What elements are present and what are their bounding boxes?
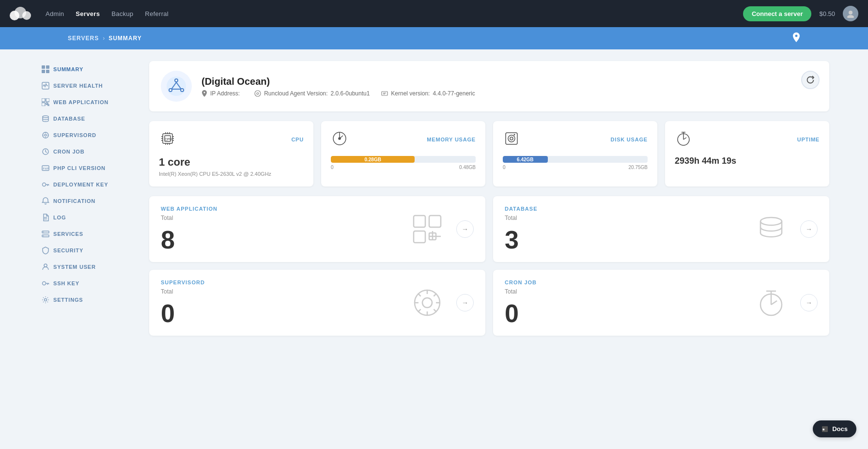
nav-servers[interactable]: Servers: [76, 10, 100, 17]
nav-referral[interactable]: Referral: [145, 10, 169, 17]
memory-labels: 0 0.48GB: [331, 165, 476, 170]
supervisord-icon: [408, 287, 447, 318]
svg-rect-11: [46, 98, 49, 102]
sidebar-item-log[interactable]: LOG: [39, 209, 136, 226]
svg-point-31: [43, 232, 44, 232]
top-navigation: Admin Servers Backup Referral Connect a …: [0, 0, 868, 27]
svg-point-19: [45, 134, 46, 136]
database-arrow-button[interactable]: →: [800, 220, 818, 238]
svg-point-45: [181, 89, 183, 91]
server-kernel-value: 4.4.0-77-generic: [433, 90, 475, 97]
memory-card: MEMORY USAGE 0.28GB 0 0.48GB: [321, 121, 485, 186]
svg-point-33: [44, 264, 47, 267]
breadcrumb-servers[interactable]: SERVERS: [68, 35, 99, 42]
memory-total: 0.48GB: [459, 165, 476, 170]
server-agent-item: Runcloud Agent Version: 2.0.6-0ubuntu1: [254, 90, 370, 97]
disk-card: DISK USAGE 6.42GB 0 20.75GB: [493, 121, 657, 186]
svg-point-73: [514, 134, 515, 136]
memory-icon: [331, 130, 348, 149]
sidebar-item-server-health[interactable]: SERVER HEALTH: [39, 77, 136, 94]
sidebar-item-php-cli[interactable]: PHP PHP CLI VERSION: [39, 160, 136, 176]
breadcrumb-bar: SERVERS › SUMMARY: [0, 27, 868, 49]
cron-job-info: CRON JOB Total 0: [505, 279, 742, 326]
svg-point-4: [847, 15, 854, 18]
svg-rect-13: [46, 103, 47, 104]
cron-job-arrow-button[interactable]: →: [800, 294, 818, 311]
svg-point-72: [510, 137, 513, 140]
svg-rect-80: [414, 231, 425, 243]
sidebar-services-label: SERVICES: [53, 231, 83, 237]
memory-used-label: 0.28GB: [364, 157, 381, 162]
sidebar-item-settings[interactable]: SETTINGS: [39, 292, 136, 308]
sidebar-item-supervisord[interactable]: SUPERVISORD: [39, 127, 136, 143]
cpu-icon: CPU: [159, 130, 176, 149]
sidebar-item-cron-job[interactable]: CRON JOB: [39, 143, 136, 160]
sidebar-item-web-application[interactable]: WEB APPLICATION: [39, 94, 136, 110]
sidebar-security-label: SECURITY: [53, 248, 83, 253]
uptime-icon: [675, 130, 692, 149]
supervisord-title: SUPERVISORD: [161, 279, 398, 285]
sidebar-supervisord-label: SUPERVISORD: [53, 132, 96, 138]
server-agent-value: 2.0.6-0ubuntu1: [331, 90, 370, 97]
disk-progress-bar: 6.42GB: [503, 156, 548, 163]
breadcrumb-location-icon: [792, 32, 800, 44]
svg-rect-5: [42, 65, 45, 69]
sidebar: SUMMARY SERVER HEALTH WEB APPLICATION DA…: [39, 61, 136, 437]
cron-job-icon: [752, 287, 790, 318]
memory-progress-bar: 0.28GB: [331, 156, 415, 163]
cpu-cores-value: 1 core: [159, 156, 304, 169]
sidebar-item-database[interactable]: DATABASE: [39, 110, 136, 127]
svg-rect-10: [42, 98, 45, 102]
supervisord-arrow-button[interactable]: →: [456, 294, 474, 311]
svg-rect-7: [42, 70, 45, 73]
server-agent-label: Runcloud Agent Version:: [264, 90, 327, 97]
nav-admin[interactable]: Admin: [46, 10, 64, 17]
connect-server-button[interactable]: Connect a server: [743, 6, 812, 21]
svg-point-43: [170, 89, 171, 91]
avatar[interactable]: [843, 6, 858, 21]
svg-rect-6: [46, 65, 49, 69]
sidebar-database-label: DATABASE: [53, 116, 85, 122]
cron-job-subtitle: Total: [505, 288, 742, 295]
topnav-right: Connect a server $0.50: [743, 6, 858, 21]
svg-point-17: [43, 116, 48, 118]
svg-rect-12: [42, 103, 45, 106]
stat-cards: CPU CPU 1 core Intel(R) Xeon(R) CPU E5-2…: [149, 121, 829, 186]
uptime-label: UPTIME: [797, 137, 820, 142]
svg-point-2: [22, 11, 31, 20]
sidebar-php-label: PHP CLI VERSION: [53, 165, 106, 171]
sidebar-item-deployment-key[interactable]: DEPLOYMENT KEY: [39, 176, 136, 193]
server-ip-label: IP Address:: [210, 90, 240, 97]
sidebar-item-system-user[interactable]: SYSTEM USER: [39, 259, 136, 275]
balance-display: $0.50: [819, 10, 835, 17]
svg-point-86: [422, 298, 432, 308]
web-app-title: WEB APPLICATION: [161, 206, 398, 212]
svg-point-69: [339, 138, 341, 139]
refresh-button[interactable]: [801, 71, 820, 89]
svg-point-41: [175, 79, 177, 81]
summary-grid: WEB APPLICATION Total 8 →: [149, 196, 829, 336]
docs-button[interactable]: ■ Docs: [813, 420, 856, 437]
nav-backup[interactable]: Backup: [111, 10, 133, 17]
web-app-arrow-button[interactable]: →: [456, 220, 474, 238]
main-content: (Digital Ocean) IP Address: Runcloud Age…: [149, 61, 829, 437]
disk-progress-container: 6.42GB: [503, 156, 648, 163]
sidebar-item-summary[interactable]: SUMMARY: [39, 61, 136, 77]
disk-total: 20.75GB: [629, 165, 648, 170]
breadcrumb-sep: ›: [103, 35, 105, 42]
svg-rect-8: [46, 70, 49, 73]
disk-min: 0: [503, 165, 506, 170]
sidebar-summary-label: SUMMARY: [53, 66, 83, 72]
breadcrumb-summary: SUMMARY: [108, 35, 142, 42]
disk-icon: [503, 130, 520, 149]
server-kernel-item: Kernel version: 4.4.0-77-generic: [381, 90, 475, 97]
database-title: DATABASE: [505, 206, 742, 212]
sidebar-item-security[interactable]: SECURITY: [39, 242, 136, 259]
sidebar-item-services[interactable]: SERVICES: [39, 226, 136, 242]
sidebar-deployment-label: DEPLOYMENT KEY: [53, 182, 108, 187]
logo[interactable]: [10, 7, 31, 20]
web-app-info: WEB APPLICATION Total 8: [161, 206, 398, 252]
sidebar-item-ssh-key[interactable]: SSH KEY: [39, 275, 136, 292]
sidebar-item-notification[interactable]: NOTIFICATION: [39, 193, 136, 209]
disk-labels: 0 20.75GB: [503, 165, 648, 170]
